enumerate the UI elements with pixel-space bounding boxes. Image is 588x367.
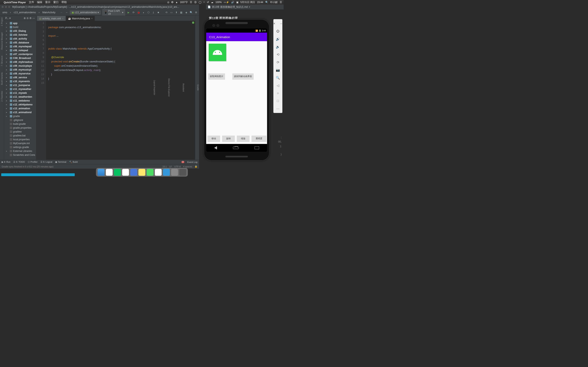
power-icon[interactable]: ⏻ (275, 28, 281, 34)
line-separator[interactable]: LF (169, 165, 172, 168)
indent[interactable]: 4 spaces (183, 165, 192, 168)
code-content[interactable]: package com.yexiaomo.c13_animationdemo; … (46, 21, 195, 160)
tree-item[interactable]: ▸c03_listview (4, 33, 36, 37)
emulator-minimize-icon[interactable]: — (278, 20, 284, 26)
menu-view[interactable]: 显示 (45, 0, 51, 4)
tree-item[interactable]: ▸c09_mymusicpl (4, 68, 36, 72)
menu-extra-icon[interactable]: ☰ (190, 1, 192, 4)
dock-finder[interactable] (98, 169, 104, 176)
stop-icon[interactable]: ■ (156, 11, 160, 14)
resource-icon[interactable]: ◈ (185, 11, 188, 14)
dock-trash[interactable] (179, 169, 186, 176)
tab-activity-main-xml[interactable]: ▤ activity_main.xml × (37, 16, 66, 21)
move-button[interactable]: 移动 (208, 136, 220, 142)
dock-folder[interactable] (171, 169, 178, 176)
caret-position[interactable]: 15:1 (163, 165, 167, 168)
menu-help[interactable]: 帮助 (61, 0, 67, 4)
dock-wps[interactable] (130, 169, 137, 176)
tree-item[interactable]: ▸c08_mybroadcas (4, 60, 36, 64)
alpha-button[interactable]: 透明度 (251, 136, 267, 142)
tree-item[interactable]: ▸c03_Dialog (4, 29, 36, 33)
tool-todo[interactable]: ☰ 6: TODO (13, 161, 25, 163)
code-editor[interactable]: 123456789101112131415 package com.yexiao… (36, 21, 195, 160)
tree-item[interactable]: ▸c05_database (4, 41, 36, 44)
tool-build-variants[interactable]: Build Variants (1, 72, 3, 85)
tree-item[interactable]: ▸c11_jsonparse (4, 83, 36, 87)
menu-file[interactable]: 文件 (29, 0, 34, 4)
dock-wechat[interactable] (114, 169, 121, 176)
device-dropdown[interactable]: 📱 Pixel 3 API 19 ▾ (102, 9, 125, 16)
tree-item[interactable]: MyExample.iml (4, 141, 36, 145)
tool-gradle[interactable]: Gradle (197, 84, 199, 91)
tree-item[interactable]: ▸c11_webdemo (4, 99, 36, 103)
tool-resource-manager[interactable]: Resource Manager (1, 32, 3, 50)
notification-icon[interactable]: ▲ (175, 1, 178, 4)
dock-app3[interactable] (163, 169, 170, 176)
sync-icon[interactable]: ⟲ (165, 11, 168, 14)
tree-item[interactable]: build.gradle (4, 122, 36, 126)
nav-home-icon[interactable] (233, 147, 239, 149)
bitcoin-icon[interactable]: Ⓑ (194, 1, 197, 4)
tree-item[interactable]: ▸c06_notepad (4, 48, 36, 52)
menu-edit[interactable]: 编辑 (37, 0, 42, 4)
run-config-dropdown[interactable]: ▣ c13_animationdemo ▾ (70, 10, 101, 15)
wifi-icon[interactable]: ⌔ (203, 1, 205, 4)
battery-icon[interactable]: ▭⚡ (224, 1, 229, 4)
tree-item[interactable]: local.properties (4, 137, 36, 141)
tree-item[interactable]: ▸c09_myservice (4, 72, 36, 75)
tree-item[interactable]: gradle.properties (4, 126, 36, 130)
tree-item[interactable]: ▸c09_musicplaye (4, 64, 36, 68)
tree-item[interactable]: gradlew.bat (4, 133, 36, 137)
inspection-ok-icon[interactable] (192, 22, 194, 24)
coverage-icon[interactable]: ⬧ (142, 11, 145, 14)
project-view-dropdown[interactable]: P... (5, 17, 9, 20)
avd-icon[interactable]: ▭ (170, 11, 173, 14)
tree-item[interactable]: ▸c10_myevents (4, 79, 36, 83)
tab-main-activity-java[interactable]: ☕ MainActivity.java × (66, 16, 95, 21)
run-icon[interactable]: ▶ (127, 11, 130, 14)
tree-item[interactable]: ▸C08_Broadcast (4, 56, 36, 60)
camera-icon[interactable]: 📷 (275, 67, 281, 73)
timemachine-icon[interactable]: ↺ (207, 1, 209, 4)
tool-profiler[interactable]: ⬡ Profiler (28, 161, 38, 163)
search-icon[interactable]: 🔍 (190, 11, 193, 14)
tree-item[interactable]: ▸build (4, 25, 36, 29)
tree-item[interactable]: ▸c12_okhttpdemo (4, 103, 36, 106)
circle-icon[interactable]: ◯ (199, 1, 201, 4)
tree-item[interactable]: ▸gradle (4, 114, 36, 118)
gear-icon[interactable]: ⚙ (29, 17, 32, 20)
tool-structure[interactable]: 7: Structure (1, 56, 3, 66)
sdk-icon[interactable]: ⬇ (174, 11, 178, 14)
nav-back-icon[interactable] (214, 146, 217, 150)
rotate-right-icon[interactable]: ⟳ (275, 59, 281, 65)
tree-item[interactable]: ▸c11_myweb (4, 91, 36, 95)
chevron-down-icon[interactable]: ▾ (9, 17, 11, 20)
nav-fwd-icon[interactable]: → (65, 11, 68, 14)
window-controls[interactable] (2, 6, 10, 8)
emu-back-icon[interactable]: ◁ (275, 82, 281, 89)
encoding[interactable]: UTF-8 (174, 165, 181, 168)
more-icon[interactable]: ⋯ (275, 106, 281, 112)
tree-item[interactable]: ▸c11_myweather (4, 87, 36, 91)
tool-event-log[interactable]: Event Log (187, 161, 198, 163)
emu-overview-icon[interactable]: □ (275, 98, 281, 104)
rotate-left-icon[interactable]: ⟲ (275, 51, 281, 58)
record-icon[interactable]: ◎ (167, 1, 169, 4)
close-tab-icon[interactable]: × (62, 17, 63, 20)
tree-item[interactable]: ▸app (4, 21, 36, 25)
fetch-image-button[interactable]: 获取网络图片 (208, 73, 225, 79)
dock-chrome[interactable] (122, 169, 129, 176)
close-tab-icon[interactable]: × (91, 17, 93, 20)
emulator-screen[interactable]: 📶 🔋 3:44 C13_Animation 获取网络图片 跳转到帧动画界面 移… (206, 29, 267, 152)
minimize-window-icon[interactable] (5, 6, 7, 8)
tree-item[interactable]: gradlew (4, 130, 36, 133)
menu-window[interactable]: 窗口 (53, 0, 59, 4)
zoom-window-icon[interactable] (8, 6, 10, 8)
debug-icon[interactable]: 🐞 (137, 11, 140, 14)
app-icon[interactable]: ▣ (236, 1, 238, 4)
emu-home-icon[interactable]: ○ (275, 90, 281, 96)
rotate-button[interactable]: 旋转 (222, 136, 235, 142)
tool-project[interactable]: 1: Project (1, 17, 3, 26)
volume-icon[interactable]: 🔊 (231, 1, 234, 4)
breadcrumb-1[interactable]: c13_animationdemo (12, 11, 37, 14)
